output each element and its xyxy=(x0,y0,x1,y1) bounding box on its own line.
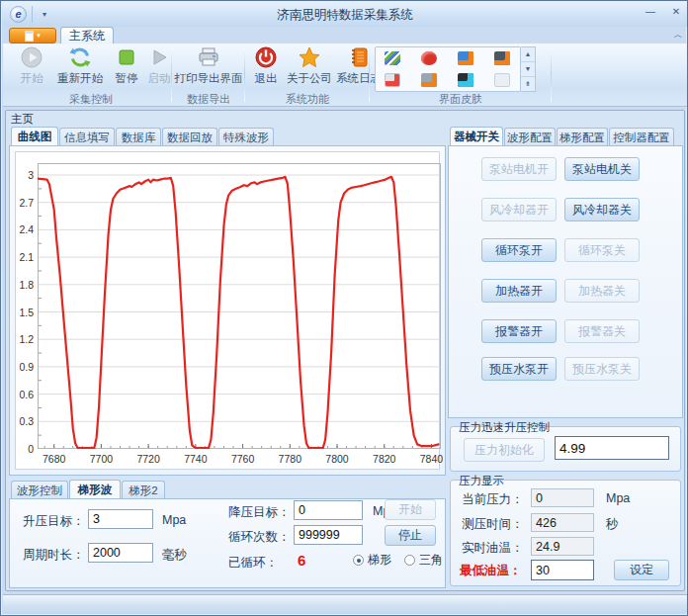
group-label-skins: 界面皮肤 xyxy=(371,92,551,107)
window-title: 济南思明特数据采集系统 xyxy=(2,7,688,24)
radio-unselected-icon xyxy=(404,555,415,566)
alarm-off-button[interactable]: 报警器关 xyxy=(564,319,640,343)
tab-data-playback[interactable]: 数据回放 xyxy=(162,128,217,146)
air-cooler-off-button[interactable]: 风冷却器关 xyxy=(564,198,640,221)
skin-gallery-scroll: ▲ ▼ ⇟ xyxy=(521,46,536,92)
radio-triangle[interactable]: 三角 xyxy=(404,552,443,569)
oil-temp-value xyxy=(531,537,594,556)
app-menu-page-icon xyxy=(25,31,34,42)
alarm-on-button[interactable]: 报警器开 xyxy=(481,319,557,343)
play-disabled-icon xyxy=(20,45,43,69)
y-axis-tick-label: 2.4 xyxy=(16,223,34,235)
ribbon-collapse-icon[interactable]: ︿ xyxy=(671,29,685,42)
tab-database[interactable]: 数据库 xyxy=(116,128,161,146)
tab-trapezoid-wave[interactable]: 梯形波 xyxy=(69,480,121,498)
restart-capture-button[interactable]: 重新开始 xyxy=(52,45,108,91)
tab-trapezoid-config[interactable]: 梯形配置 xyxy=(557,128,608,146)
heater-off-button[interactable]: 加热器关 xyxy=(564,279,640,303)
ribbon-separator xyxy=(171,46,172,102)
y-axis-tick-label: 1.5 xyxy=(16,307,34,318)
pump-motor-off-button[interactable]: 泵站电机关 xyxy=(564,157,640,181)
button-label: 退出 xyxy=(255,71,278,86)
min-oil-temp-input[interactable] xyxy=(531,560,594,580)
boost-value-input[interactable] xyxy=(555,436,669,460)
tab-info-fill[interactable]: 信息填写 xyxy=(59,128,115,146)
circulation-pump-on-button[interactable]: 循环泵开 xyxy=(481,238,557,262)
ribbon-tab-main-system[interactable]: 主系统 xyxy=(60,27,114,44)
tab-wave-control[interactable]: 波形控制 xyxy=(11,481,68,499)
button-label: 启动 xyxy=(148,71,171,86)
down-target-label: 降压目标： xyxy=(228,504,291,521)
start-capture-button[interactable]: 开始 xyxy=(13,45,50,91)
tab-controller-config[interactable]: 控制器配置 xyxy=(609,128,674,146)
x-axis-tick-label: 7700 xyxy=(90,453,113,465)
y-axis-tick-label: 0.3 xyxy=(16,415,34,427)
wave-start-button[interactable]: 开始 xyxy=(385,499,436,520)
skin-disabled-icon[interactable] xyxy=(494,73,510,87)
printer-icon xyxy=(197,45,220,69)
up-target-input[interactable] xyxy=(88,509,153,529)
skin-stripes-icon[interactable] xyxy=(385,51,400,65)
minimize-button[interactable]: — xyxy=(641,5,660,20)
group-label-capture: 采集控制 xyxy=(11,92,171,107)
ribbon-separator xyxy=(244,46,245,102)
prepressure-pump-off-button[interactable]: 预压水泵关 xyxy=(564,357,640,381)
radio-trapezoid[interactable]: 梯形 xyxy=(353,552,391,569)
close-button[interactable]: ✕ xyxy=(666,5,686,20)
play-triangle-disabled-icon xyxy=(147,45,171,69)
exit-button[interactable]: 退出 xyxy=(248,45,284,91)
radio-selected-icon xyxy=(353,555,364,566)
current-pressure-label: 当前压力： xyxy=(462,491,524,508)
tab-trapezoid-2[interactable]: 梯形2 xyxy=(122,481,165,499)
cycles-label: 循环次数： xyxy=(228,529,291,546)
y-axis-tick-label: 0.6 xyxy=(16,389,34,400)
application-menu-button[interactable]: ▾ xyxy=(9,28,56,44)
gallery-scroll-down-icon[interactable]: ▼ xyxy=(521,62,535,77)
pressure-init-button[interactable]: 压力初始化 xyxy=(464,438,545,462)
chart-plot-area xyxy=(38,163,441,449)
app-menu-dropdown-icon: ▾ xyxy=(37,32,41,40)
button-label: 打印导出界面 xyxy=(175,71,243,86)
skin-blue-orange-icon[interactable] xyxy=(458,51,473,65)
air-cooler-on-button[interactable]: 风冷却器开 xyxy=(481,198,557,221)
radio-triangle-label: 三角 xyxy=(419,552,443,569)
wave-stop-button[interactable]: 停止 xyxy=(385,525,436,546)
skin-gallery xyxy=(375,46,521,92)
tab-equipment-switch[interactable]: 器械开关 xyxy=(450,127,503,145)
x-axis-tick-label: 7760 xyxy=(231,453,254,465)
gallery-expand-icon[interactable]: ⇟ xyxy=(521,77,535,92)
power-icon xyxy=(254,45,278,69)
skin-gray-orange-icon[interactable] xyxy=(421,73,437,87)
skin-light-orange-icon[interactable] xyxy=(385,73,400,87)
pump-motor-on-button[interactable]: 泵站电机开 xyxy=(481,157,557,181)
skin-dark-orange-icon[interactable] xyxy=(494,51,510,65)
min-oil-temp-label: 最低油温： xyxy=(460,563,522,579)
period-label: 周期时长： xyxy=(23,547,85,564)
circulation-pump-off-button[interactable]: 循环泵关 xyxy=(564,238,640,262)
set-button[interactable]: 设定 xyxy=(614,560,669,580)
current-pressure-unit: Mpa xyxy=(606,491,630,505)
print-export-button[interactable]: 打印导出界面 xyxy=(175,45,242,91)
app-window: e ▾ 济南思明特数据采集系统 — ✕ ▾ 主系统 ︿ 开始 重新开始 暂停 xyxy=(0,0,688,616)
button-label: 重新开始 xyxy=(57,71,103,86)
gallery-scroll-up-icon[interactable]: ▲ xyxy=(521,47,535,62)
ribbon: 开始 重新开始 暂停 启动 采集控制 打印导出界面 xyxy=(3,44,687,107)
pause-capture-button[interactable]: 暂停 xyxy=(110,45,143,91)
tab-special-waveform[interactable]: 特殊波形 xyxy=(218,128,274,146)
cycles-input[interactable] xyxy=(294,525,363,545)
button-label: 关于公司 xyxy=(287,71,332,86)
period-input[interactable] xyxy=(88,543,153,563)
heater-on-button[interactable]: 加热器开 xyxy=(481,279,557,303)
y-axis-tick-label: 0.9 xyxy=(16,361,34,373)
x-axis-tick-label: 7800 xyxy=(325,453,348,465)
tab-curve-chart[interactable]: 曲线图 xyxy=(11,127,58,145)
skin-red-circle-icon[interactable] xyxy=(421,51,437,65)
down-target-input[interactable] xyxy=(294,500,363,520)
about-company-button[interactable]: 关于公司 xyxy=(286,45,333,91)
ribbon-separator xyxy=(551,46,552,102)
tab-waveform-config[interactable]: 波形配置 xyxy=(504,128,556,146)
prepressure-pump-on-button[interactable]: 预压水泵开 xyxy=(481,357,557,381)
skin-black-cyan-icon[interactable] xyxy=(458,73,473,87)
pause-square-icon xyxy=(115,45,138,69)
measure-time-value xyxy=(531,513,594,532)
